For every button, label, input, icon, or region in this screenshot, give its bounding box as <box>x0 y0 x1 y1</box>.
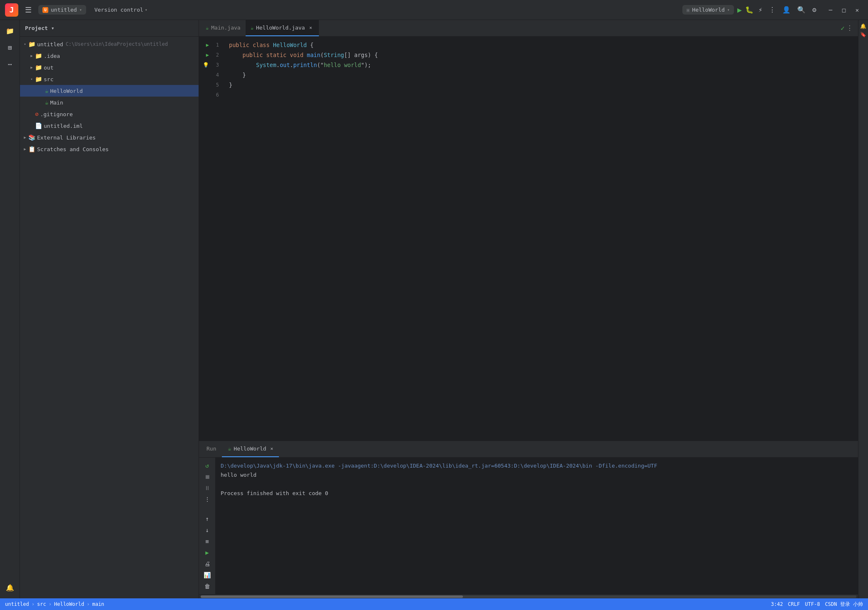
stop-button[interactable]: ⏹ <box>201 472 213 482</box>
fn-println: println <box>293 62 317 68</box>
bottom-tab-run[interactable]: Run <box>201 441 222 457</box>
line-row-5: 5 <box>199 80 222 90</box>
sidebar-structure-icon[interactable]: ⊞ <box>2 40 17 55</box>
tree-out-folder[interactable]: ▶ 📁 out <box>20 62 199 73</box>
hamburger-menu-icon[interactable]: ☰ <box>23 4 33 16</box>
clear-button[interactable]: 🗑 <box>201 581 213 591</box>
sidebar-project-icon[interactable]: 📁 <box>2 23 17 38</box>
tree-root-label: untitled <box>37 41 63 47</box>
fn-main: main <box>307 52 321 58</box>
search-button[interactable]: 🔍 <box>796 4 807 15</box>
terminal-output[interactable]: D:\develop\Java\jdk-17\bin\java.exe -jav… <box>216 458 858 594</box>
close-button[interactable]: ✕ <box>851 4 863 16</box>
print-button[interactable]: 🖨 <box>201 559 213 568</box>
analyze-button[interactable]: 📊 <box>201 570 213 580</box>
run-gutter-2[interactable]: ▶ <box>206 52 209 58</box>
minimize-button[interactable]: ─ <box>825 4 836 16</box>
terminal-hello-text: hello world <box>221 472 256 478</box>
status-breadcrumb-class[interactable]: HelloWorld <box>54 601 84 607</box>
more-run-options[interactable]: ⋮ <box>767 4 777 15</box>
rerun-button[interactable]: ↺ <box>201 461 213 471</box>
tree-src-folder[interactable]: ▾ 📁 src <box>20 73 199 85</box>
debug-button[interactable]: 🐛 <box>745 6 754 14</box>
sidebar-notifications-icon[interactable]: 🔔 <box>2 580 17 595</box>
tab-more-icon[interactable]: ⋮ <box>846 24 853 32</box>
tree-src-arrow: ▾ <box>28 77 35 81</box>
status-sep-1: › <box>32 601 35 607</box>
tree-gitignore-file[interactable]: ⊘ .gitignore <box>20 108 199 120</box>
bottom-tab-helloworld[interactable]: ☕ HelloWorld ✕ <box>222 441 279 457</box>
code-line-5: } <box>224 80 858 90</box>
tree-helloworld-file[interactable]: ☕ HelloWorld <box>20 85 199 97</box>
scrollbar-thumb[interactable] <box>201 595 463 598</box>
profiler-button[interactable]: ⚡ <box>757 4 764 15</box>
tree-ext-libs[interactable]: ▶ 📚 External Libraries <box>20 132 199 143</box>
run-gutter-1[interactable]: ▶ <box>206 42 209 48</box>
version-control-button[interactable]: Version control ▾ <box>91 5 151 15</box>
cls-string: String <box>324 52 344 58</box>
line-num-1: 1 <box>211 42 219 48</box>
run-button[interactable]: ▶ <box>737 5 742 14</box>
maximize-button[interactable]: □ <box>838 4 850 16</box>
tree-root-path: C:\Users\xin\IdeaProjects\untitled <box>66 41 168 47</box>
tab-helloworld-java[interactable]: ☕ HelloWorld.java ✕ <box>246 20 319 36</box>
status-bar-right: 3:42 CRLF UTF-8 CSDN 登录 小帅 <box>771 601 863 608</box>
tree-idea-label: .idea <box>44 53 60 59</box>
project-name-badge[interactable]: U untitled ▾ <box>38 5 86 15</box>
line-num-3: 3 <box>211 62 219 68</box>
main-java-icon: ☕ <box>45 99 48 106</box>
more-actions[interactable]: ⋮ <box>201 495 213 504</box>
project-panel-title: Project <box>25 25 48 31</box>
notifications-strip-icon[interactable]: 🔔 <box>860 23 866 29</box>
kw-class-1: class <box>253 42 270 48</box>
down-button[interactable]: ↓ <box>201 525 213 535</box>
wrap-button[interactable]: ≡ <box>201 537 213 546</box>
title-bar: J ☰ U untitled ▾ Version control ▾ ▣ Hel… <box>0 0 868 20</box>
src-folder-icon: 📁 <box>35 76 42 82</box>
main-java-tab-label: Main.java <box>211 25 240 31</box>
cls-helloworld: HelloWorld <box>273 42 307 48</box>
scrollbar-track[interactable] <box>201 595 856 598</box>
tree-root[interactable]: ▾ 📁 untitled C:\Users\xin\IdeaProjects\u… <box>20 38 199 50</box>
run-config-arrow: ▾ <box>727 7 730 12</box>
right-panel-strip: 🔔 🔖 <box>858 20 868 598</box>
project-name-label: untitled <box>51 7 77 13</box>
status-line-ending[interactable]: CRLF <box>788 601 800 607</box>
code-line-6 <box>224 90 858 100</box>
kw-void: void <box>290 52 303 58</box>
sidebar-more-icon[interactable]: ⋯ <box>2 57 17 72</box>
status-project-name[interactable]: untitled <box>5 601 29 607</box>
line-num-6: 6 <box>211 92 219 98</box>
status-encoding[interactable]: UTF-8 <box>805 601 820 607</box>
resume-button[interactable]: ⏸ <box>201 483 213 493</box>
status-position[interactable]: 3:42 <box>771 601 783 607</box>
editor-content[interactable]: ▶ 1 ▶ 2 💡 3 4 <box>199 37 858 440</box>
status-bar: untitled › src › HelloWorld › main 3:42 … <box>0 598 868 610</box>
sidebar-bottom-icons: 🔔 <box>2 580 17 595</box>
tree-scratches[interactable]: ▶ 📋 Scratches and Consoles <box>20 143 199 155</box>
settings-button[interactable]: ⚙ <box>811 4 818 15</box>
window-controls: ─ □ ✕ <box>825 4 863 16</box>
helloworld-tab-close[interactable]: ✕ <box>307 25 314 31</box>
bookmarks-strip-icon[interactable]: 🔖 <box>860 32 866 37</box>
code-editor[interactable]: public class HelloWorld { public static <box>224 37 858 440</box>
status-breadcrumb-method[interactable]: main <box>92 601 104 607</box>
helloworld-java-icon: ☕ <box>45 87 48 94</box>
str-hello-world: hello world <box>324 62 361 68</box>
run-config-selector[interactable]: ▣ HelloWorld ▾ <box>682 5 734 15</box>
project-panel-dropdown[interactable]: ▾ <box>51 25 55 31</box>
bottom-tab-bar: Run ☕ HelloWorld ✕ <box>199 441 858 458</box>
tree-main-file[interactable]: ☕ Main <box>20 97 199 108</box>
tree-gitignore-label: .gitignore <box>40 111 72 117</box>
profile-button[interactable]: 👤 <box>781 4 792 15</box>
tree-iml-file[interactable]: 📄 untitled.iml <box>20 120 199 132</box>
up-button[interactable]: ↑ <box>201 514 213 524</box>
tab-main-java[interactable]: ☕ Main.java <box>201 20 246 36</box>
tab-bar-right: ✓ ⋮ <box>841 24 856 32</box>
bottom-scrollbar[interactable] <box>199 594 858 598</box>
bottom-tab-close[interactable]: ✕ <box>271 446 274 451</box>
run-strip-button[interactable]: ▶ <box>201 548 213 557</box>
tree-idea-folder[interactable]: ▶ 📁 .idea <box>20 50 199 62</box>
status-breadcrumb-src[interactable]: src <box>37 601 46 607</box>
bulb-gutter-3[interactable]: 💡 <box>203 62 209 68</box>
